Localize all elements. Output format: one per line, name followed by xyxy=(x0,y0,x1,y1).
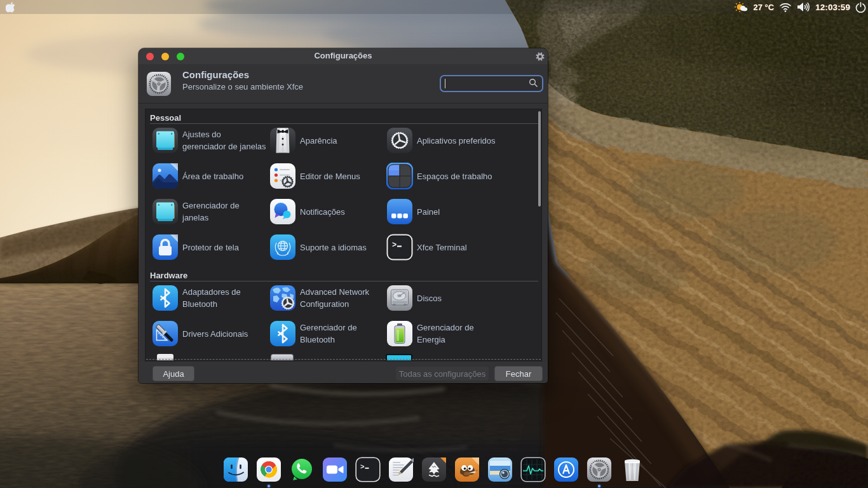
svg-text:>: > xyxy=(392,241,397,250)
